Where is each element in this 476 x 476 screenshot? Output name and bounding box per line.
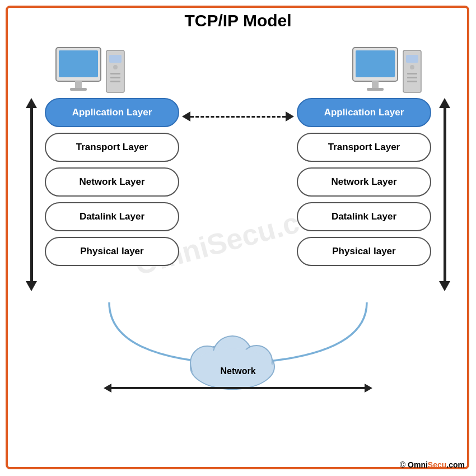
dashed-arrow-container (182, 108, 294, 125)
left-vertical-arrow (24, 98, 39, 291)
svg-point-6 (113, 65, 118, 69)
brand-dotcom: .com (446, 460, 465, 469)
svg-rect-18 (407, 77, 417, 78)
network-section: Network (0, 297, 476, 409)
svg-rect-17 (407, 73, 417, 74)
left-app-layer: Application Layer (45, 98, 179, 127)
arrow-up-icon (26, 98, 37, 108)
svg-rect-19 (407, 81, 417, 82)
svg-rect-12 (372, 81, 379, 88)
svg-rect-11 (356, 50, 395, 77)
bottom-arrow-left-icon (104, 384, 111, 393)
svg-rect-13 (367, 88, 384, 91)
bottom-arrow-right-icon (365, 384, 372, 393)
network-svg: Network (0, 297, 476, 398)
computers-row (0, 45, 476, 103)
svg-rect-15 (406, 55, 418, 63)
svg-rect-1 (59, 50, 98, 77)
svg-rect-3 (70, 88, 87, 91)
right-physical-layer: Physical layer (297, 237, 431, 266)
right-network-layer: Network Layer (297, 167, 431, 197)
right-computer (347, 45, 426, 103)
right-layers-stack: Application Layer Transport Layer Networ… (297, 98, 431, 266)
left-physical-layer: Physical layer (45, 237, 179, 266)
right-transport-layer: Transport Layer (297, 133, 431, 162)
brand-secu: Secu (428, 460, 446, 469)
arrow-down-icon-r (439, 281, 450, 291)
network-label: Network (220, 366, 255, 376)
footer: © OmniSecu.com (400, 460, 465, 469)
right-app-layer: Application Layer (297, 98, 431, 127)
svg-rect-5 (109, 55, 122, 63)
svg-rect-9 (110, 81, 120, 82)
arrow-down-icon (26, 281, 37, 291)
arrow-shaft (30, 108, 33, 281)
arrow-shaft-r (444, 108, 446, 281)
copyright-symbol: © (400, 460, 405, 469)
arrow-right-icon (286, 111, 294, 122)
left-transport-layer: Transport Layer (45, 133, 179, 162)
dashed-line (190, 116, 286, 118)
arrow-up-icon-r (439, 98, 450, 108)
svg-rect-2 (75, 81, 82, 88)
left-layers-stack: Application Layer Transport Layer Networ… (45, 98, 179, 266)
arrow-left-icon (182, 111, 190, 122)
left-datalink-layer: Datalink Layer (45, 202, 179, 231)
svg-point-16 (410, 65, 414, 69)
left-network-layer: Network Layer (45, 167, 179, 197)
left-computer (50, 45, 129, 103)
svg-rect-8 (110, 77, 120, 78)
svg-rect-7 (110, 73, 120, 74)
right-datalink-layer: Datalink Layer (297, 202, 431, 231)
brand-omni: Omni (408, 460, 428, 469)
right-vertical-arrow (437, 98, 452, 291)
